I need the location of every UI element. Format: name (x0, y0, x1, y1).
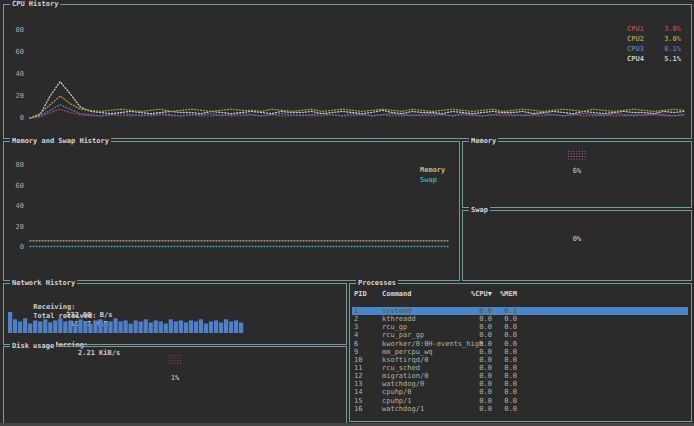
disk-gauge-dots (168, 354, 182, 364)
process-pid: 10 (354, 356, 378, 364)
y-axis-tick: 20 (10, 223, 24, 231)
memory-usage-value: 6% (463, 167, 691, 175)
memory-gauge-panel: Memory 6% (462, 141, 692, 208)
y-axis-tick: 40 (10, 70, 24, 78)
process-mem: 0.0 (477, 397, 517, 405)
process-mem: 0.0 (477, 405, 517, 413)
cpu-legend-value: 3.0% (664, 25, 681, 33)
process-pid: 15 (354, 397, 378, 405)
process-mem: 0.0 (477, 356, 517, 364)
process-cmd: kthreadd (382, 315, 416, 323)
column-header-mem: %MEM (477, 290, 517, 298)
cpu-legend-value: 3.0% (664, 35, 681, 43)
network-history-panel: Network History Receiving: 332.00 B/s To… (3, 283, 347, 345)
y-axis-tick: 0 (10, 114, 24, 122)
process-row[interactable]: 12migration/00.00.0 (352, 372, 688, 380)
y-axis-tick: 60 (10, 182, 24, 190)
process-mem: 0.0 (477, 323, 517, 331)
process-mem: 0.0 (477, 388, 517, 396)
process-row[interactable]: 15cpuhp/10.00.0 (352, 397, 688, 405)
process-pid: 16 (354, 405, 378, 413)
process-cmd: rcu_sched (382, 364, 420, 372)
y-axis-tick: 40 (10, 202, 24, 210)
process-pid: 6 (354, 340, 378, 348)
processes-panel: Processes PID Command %CPU▼ %MEM 1system… (349, 283, 692, 422)
process-row-selected[interactable]: 1systemd0.00.1 (352, 307, 688, 315)
memory-swap-history-panel: Memory and Swap History MemorySwap 02040… (3, 141, 460, 281)
process-mem: 0.0 (477, 315, 517, 323)
y-axis-tick: 80 (10, 26, 24, 34)
network-history-title: Network History (10, 279, 77, 287)
process-mem: 0.1 (477, 307, 517, 315)
disk-usage-value: 1% (4, 374, 346, 382)
process-row[interactable]: 14cpuhp/00.00.0 (352, 388, 688, 396)
process-mem: 0.0 (477, 364, 517, 372)
process-pid: 11 (354, 364, 378, 372)
process-cmd: migration/0 (382, 372, 428, 380)
swap-gauge-panel: Swap 0% (462, 210, 692, 281)
processes-title: Processes (356, 279, 398, 287)
process-pid: 12 (354, 372, 378, 380)
process-cmd: systemd (382, 307, 412, 315)
process-cmd: ksoftirqd/0 (382, 356, 428, 364)
cpu-history-panel: CPU History CPU13.0%CPU23.0%CPU30.1%CPU4… (3, 4, 692, 139)
process-mem: 0.0 (477, 340, 517, 348)
process-row[interactable]: 13watchdog/00.00.0 (352, 380, 688, 388)
memswap-legend-item: Swap (420, 176, 437, 184)
cpu-legend-item: CPU30.1% (627, 45, 681, 53)
process-pid: 2 (354, 315, 378, 323)
column-header-pid: PID (354, 290, 378, 298)
cpu-legend-item: CPU13.0% (627, 25, 681, 33)
process-row[interactable]: 16watchdog/10.00.0 (352, 405, 688, 413)
process-cmd: mm_percpu_wq (382, 348, 433, 356)
cpu-legend-label: CPU1 (627, 25, 644, 33)
memswap-legend-item: Memory (420, 166, 445, 174)
cpu-legend-value: 5.1% (664, 55, 681, 63)
y-axis-tick: 0 (10, 243, 24, 251)
cpu-history-title: CPU History (10, 0, 60, 8)
cpu-legend-value: 0.1% (664, 45, 681, 53)
process-mem: 0.0 (477, 348, 517, 356)
memory-gauge-dots (567, 150, 587, 160)
network-receive-sparkline (8, 311, 244, 333)
cpu-legend-item: CPU23.0% (627, 35, 681, 43)
swap-gauge-title: Swap (469, 206, 490, 214)
y-axis-tick: 80 (10, 161, 24, 169)
process-row[interactable]: 9mm_percpu_wq0.00.0 (352, 348, 688, 356)
memory-swap-history-chart (26, 150, 454, 262)
memory-swap-history-title: Memory and Swap History (10, 137, 111, 145)
process-pid: 3 (354, 323, 378, 331)
process-cmd: watchdog/0 (382, 380, 424, 388)
cpu-legend-label: CPU4 (627, 55, 644, 63)
process-row[interactable]: 3rcu_gp0.00.0 (352, 323, 688, 331)
process-list: 1systemd0.00.12kthreadd0.00.03rcu_gp0.00… (352, 307, 688, 419)
system-monitor-screen: CPU History CPU13.0%CPU23.0%CPU30.1%CPU4… (0, 0, 694, 426)
cpu-history-chart (26, 13, 688, 131)
processes-header-row: PID Command %CPU▼ %MEM (352, 290, 688, 299)
cpu-legend-item: CPU45.1% (627, 55, 681, 63)
disk-usage-panel: Disk usage 1% (3, 346, 347, 425)
memory-gauge-title: Memory (469, 137, 498, 145)
process-cmd: cpuhp/1 (382, 397, 412, 405)
y-axis-tick: 60 (10, 48, 24, 56)
process-row[interactable]: 4rcu_par_gp0.00.0 (352, 331, 688, 339)
process-pid: 14 (354, 388, 378, 396)
process-row[interactable]: 11rcu_sched0.00.0 (352, 364, 688, 372)
process-cmd: rcu_gp (382, 323, 407, 331)
process-mem: 0.0 (477, 380, 517, 388)
process-row[interactable]: 10ksoftirqd/00.00.0 (352, 356, 688, 364)
column-header-command: Command (382, 290, 412, 298)
disk-usage-title: Disk usage (10, 342, 56, 350)
process-cmd: cpuhp/0 (382, 388, 412, 396)
process-mem: 0.0 (477, 331, 517, 339)
cpu-legend-label: CPU3 (627, 45, 644, 53)
process-cmd: rcu_par_gp (382, 331, 424, 339)
process-mem: 0.0 (477, 372, 517, 380)
process-row[interactable]: 6kworker/0:0H-events_high0.00.0 (352, 340, 688, 348)
process-cmd: watchdog/1 (382, 405, 424, 413)
process-row[interactable]: 2kthreadd0.00.0 (352, 315, 688, 323)
process-pid: 4 (354, 331, 378, 339)
swap-usage-value: 0% (463, 235, 691, 243)
process-pid: 9 (354, 348, 378, 356)
process-pid: 13 (354, 380, 378, 388)
